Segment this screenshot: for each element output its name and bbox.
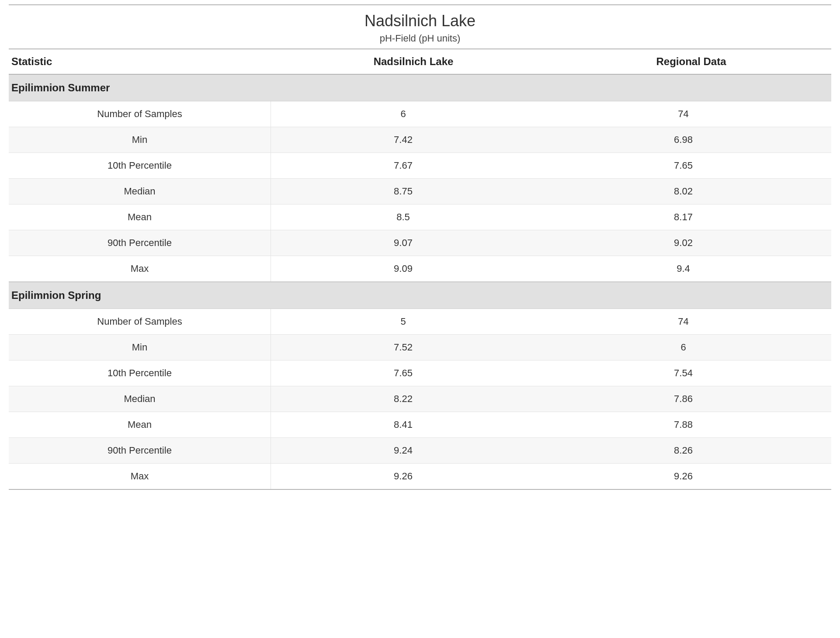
table-row: 10th Percentile 7.67 7.65 <box>9 153 831 179</box>
cell-lake: 7.65 <box>271 361 535 386</box>
table-row: Median 8.22 7.86 <box>9 386 831 412</box>
cell-statistic: Number of Samples <box>9 101 271 127</box>
cell-lake: 9.26 <box>271 464 535 489</box>
cell-lake: 9.07 <box>271 230 535 256</box>
col-header-regional: Regional Data <box>551 49 831 74</box>
cell-statistic: Median <box>9 179 271 204</box>
table-title: Nadsilnich Lake <box>9 11 831 30</box>
table-row: Max 9.09 9.4 <box>9 256 831 282</box>
cell-regional: 6.98 <box>535 127 831 153</box>
cell-lake: 5 <box>271 309 535 334</box>
cell-lake: 8.75 <box>271 179 535 204</box>
col-header-statistic: Statistic <box>9 49 276 74</box>
table-row: 90th Percentile 9.07 9.02 <box>9 230 831 256</box>
cell-statistic: Max <box>9 256 271 281</box>
cell-regional: 8.17 <box>535 205 831 230</box>
cell-statistic: Min <box>9 335 271 360</box>
cell-statistic: 90th Percentile <box>9 438 271 463</box>
table-row: 10th Percentile 7.65 7.54 <box>9 361 831 386</box>
cell-lake: 8.22 <box>271 386 535 412</box>
table-subtitle: pH-Field (pH units) <box>9 33 831 44</box>
cell-statistic: Number of Samples <box>9 309 271 334</box>
cell-lake: 7.42 <box>271 127 535 153</box>
cell-statistic: 90th Percentile <box>9 230 271 256</box>
cell-regional: 74 <box>535 309 831 334</box>
cell-regional: 8.02 <box>535 179 831 204</box>
cell-regional: 7.54 <box>535 361 831 386</box>
cell-regional: 74 <box>535 101 831 127</box>
cell-statistic: Min <box>9 127 271 153</box>
table-row: Max 9.26 9.26 <box>9 464 831 489</box>
column-header-row: Statistic Nadsilnich Lake Regional Data <box>9 49 831 75</box>
cell-lake: 7.52 <box>271 335 535 360</box>
cell-statistic: 10th Percentile <box>9 361 271 386</box>
table-row: Mean 8.5 8.17 <box>9 205 831 230</box>
table-row: Median 8.75 8.02 <box>9 179 831 205</box>
cell-regional: 9.26 <box>535 464 831 489</box>
cell-regional: 9.02 <box>535 230 831 256</box>
cell-regional: 8.26 <box>535 438 831 463</box>
cell-regional: 9.4 <box>535 256 831 281</box>
cell-regional: 6 <box>535 335 831 360</box>
cell-lake: 8.41 <box>271 412 535 437</box>
cell-statistic: Mean <box>9 412 271 437</box>
table-row: Mean 8.41 7.88 <box>9 412 831 438</box>
section-header: Epilimnion Summer <box>9 75 831 101</box>
stats-table: Nadsilnich Lake pH-Field (pH units) Stat… <box>9 4 831 490</box>
cell-statistic: Mean <box>9 205 271 230</box>
table-title-block: Nadsilnich Lake pH-Field (pH units) <box>9 5 831 49</box>
cell-regional: 7.86 <box>535 386 831 412</box>
cell-lake: 9.24 <box>271 438 535 463</box>
cell-regional: 7.65 <box>535 153 831 178</box>
col-header-lake: Nadsilnich Lake <box>276 49 551 74</box>
cell-lake: 8.5 <box>271 205 535 230</box>
table-row: Min 7.42 6.98 <box>9 127 831 153</box>
table-row: 90th Percentile 9.24 8.26 <box>9 438 831 464</box>
table-row: Number of Samples 5 74 <box>9 309 831 335</box>
section-header: Epilimnion Spring <box>9 282 831 309</box>
table-row: Min 7.52 6 <box>9 335 831 361</box>
cell-statistic: Max <box>9 464 271 489</box>
cell-statistic: Median <box>9 386 271 412</box>
table-row: Number of Samples 6 74 <box>9 101 831 127</box>
cell-lake: 9.09 <box>271 256 535 281</box>
cell-regional: 7.88 <box>535 412 831 437</box>
cell-lake: 6 <box>271 101 535 127</box>
cell-statistic: 10th Percentile <box>9 153 271 178</box>
cell-lake: 7.67 <box>271 153 535 178</box>
